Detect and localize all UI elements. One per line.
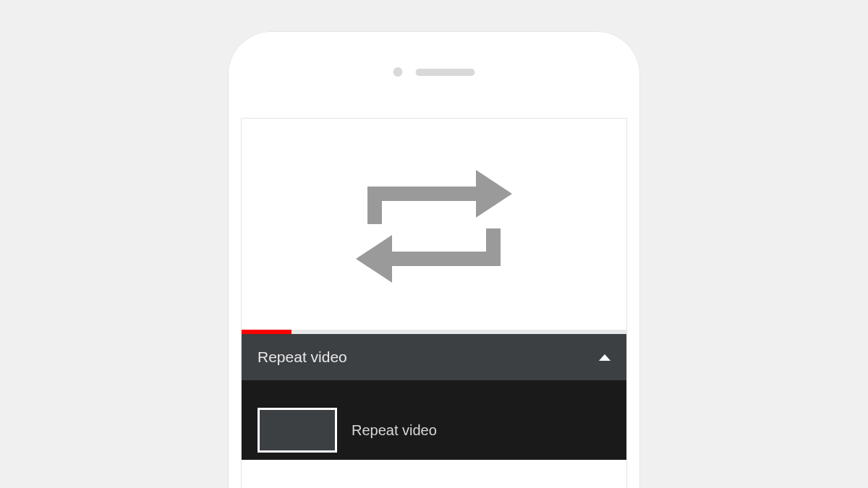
- phone-inner: Repeat video Repeat video: [228, 31, 640, 488]
- video-player[interactable]: [242, 119, 626, 334]
- speaker-icon: [416, 69, 475, 76]
- chevron-up-icon: [599, 354, 610, 361]
- video-progress-bar[interactable]: [242, 330, 626, 334]
- list-item[interactable]: Repeat video: [242, 401, 626, 460]
- video-thumbnail: [258, 408, 337, 453]
- phone-frame: Repeat video Repeat video: [222, 25, 646, 488]
- phone-sensor-bar: [393, 67, 475, 77]
- repeat-icon: [347, 158, 521, 295]
- playlist-header[interactable]: Repeat video: [242, 334, 626, 380]
- playlist-list: Repeat video: [242, 380, 626, 460]
- video-progress-fill: [242, 330, 292, 334]
- playlist-title: Repeat video: [258, 348, 347, 366]
- phone-screen: Repeat video Repeat video: [241, 118, 627, 488]
- list-item-title: Repeat video: [352, 408, 437, 439]
- camera-icon: [393, 67, 403, 77]
